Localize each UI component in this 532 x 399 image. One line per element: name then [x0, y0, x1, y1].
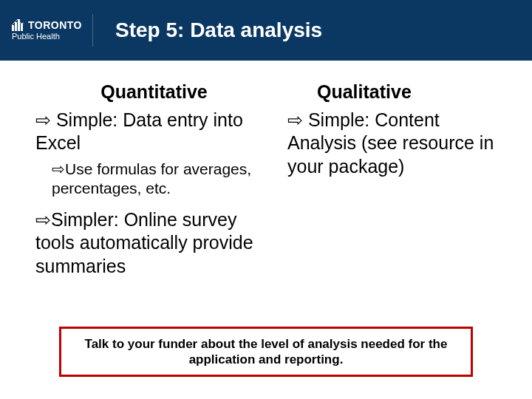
callout-box: Talk to your funder about the level of a…	[59, 327, 473, 378]
bullet-simple-excel: ⇨ Simple: Data entry into Excel	[35, 109, 273, 155]
slide-title: Step 5: Data analysis	[115, 18, 322, 42]
bullet-content-analysis: ⇨ Simple: Content Analysis (see resource…	[287, 109, 505, 178]
column-qualitative: Qualitative ⇨ Simple: Content Analysis (…	[287, 81, 505, 282]
logo-subtext: Public Health	[12, 32, 82, 41]
svg-rect-0	[12, 25, 14, 31]
sub-bullet-formulas: ⇨Use formulas for averages, percentages,…	[35, 160, 273, 199]
heading-quantitative: Quantitative	[35, 81, 273, 103]
toronto-logo-icon	[12, 19, 25, 31]
bullet-simpler-online: ⇨Simpler: Online survey tools automatica…	[35, 208, 273, 278]
slide-content: Quantitative ⇨ Simple: Data entry into E…	[0, 61, 532, 282]
logo-block: TORONTO Public Health	[12, 14, 93, 47]
callout-text: Talk to your funder about the level of a…	[85, 337, 448, 366]
slide-header: TORONTO Public Health Step 5: Data analy…	[0, 0, 532, 61]
svg-rect-1	[15, 22, 17, 31]
logo-city-text: TORONTO	[28, 20, 82, 31]
column-quantitative: Quantitative ⇨ Simple: Data entry into E…	[35, 81, 273, 282]
svg-rect-3	[21, 24, 23, 31]
heading-qualitative: Qualitative	[287, 81, 505, 103]
